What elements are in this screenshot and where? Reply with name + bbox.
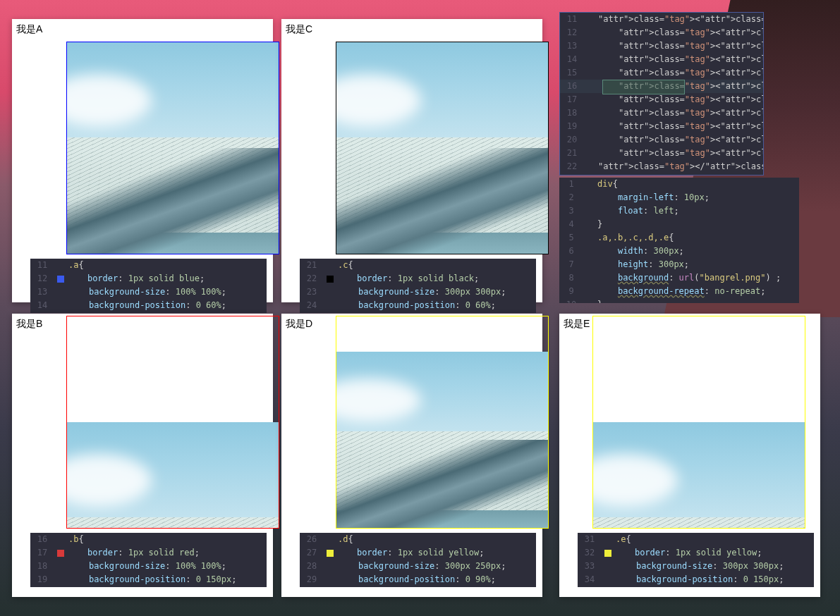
panel-a: 我是A 11.a{ 12 border: 1px solid blue; 13 … bbox=[12, 19, 273, 302]
label-b: 我是B bbox=[16, 318, 42, 331]
label-a: 我是A bbox=[16, 23, 42, 36]
preview-e bbox=[592, 316, 805, 529]
panel-d: 我是D 26.d{ 27 border: 1px solid yellow; 2… bbox=[281, 314, 542, 597]
label-e: 我是E bbox=[564, 318, 590, 331]
code-block-html[interactable]: 11"attr">class="tag"><"attr">class="tagn… bbox=[559, 12, 764, 175]
code-block-b[interactable]: 16.b{ 17 border: 1px solid red; 18 backg… bbox=[30, 533, 267, 587]
code-block-d[interactable]: 26.d{ 27 border: 1px solid yellow; 28 ba… bbox=[300, 533, 536, 587]
label-c: 我是C bbox=[286, 23, 312, 36]
preview-c bbox=[336, 42, 549, 254]
label-d: 我是D bbox=[286, 318, 312, 331]
panel-e: 我是E 31.e{ 32 border: 1px solid yellow; 3… bbox=[559, 314, 820, 597]
preview-a bbox=[66, 42, 279, 254]
code-block-a[interactable]: 11.a{ 12 border: 1px solid blue; 13 back… bbox=[30, 259, 267, 313]
panel-b: 我是B 16.b{ 17 border: 1px solid red; 18 b… bbox=[12, 314, 273, 597]
code-block-c[interactable]: 21.c{ 22 border: 1px solid black; 23 bac… bbox=[300, 259, 536, 313]
code-block-e[interactable]: 31.e{ 32 border: 1px solid yellow; 33 ba… bbox=[578, 533, 814, 587]
preview-d bbox=[336, 316, 549, 529]
code-block-css[interactable]: 1div{2 margin-left: 10px;3 float: left;4… bbox=[559, 178, 799, 303]
preview-b bbox=[66, 316, 279, 529]
panel-c: 我是C 21.c{ 22 border: 1px solid black; 23… bbox=[281, 19, 542, 302]
